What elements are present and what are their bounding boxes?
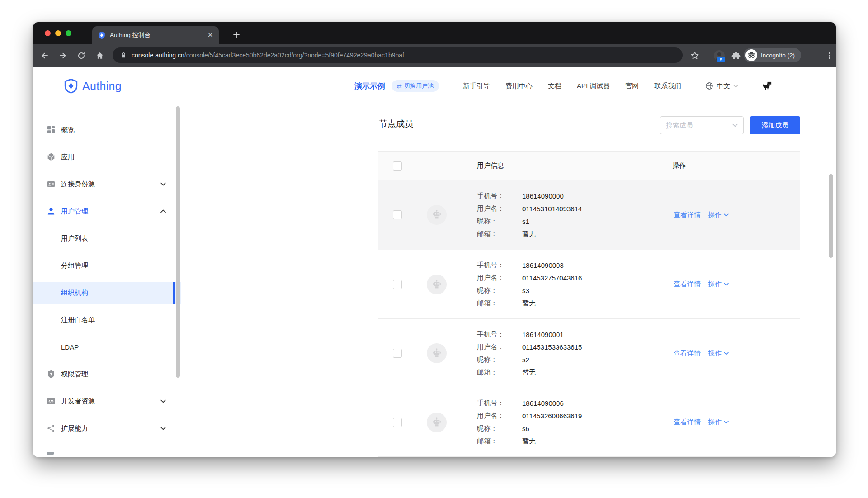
row-checkbox[interactable] — [393, 418, 402, 427]
table-row: 手机号：18614090000 用户名：0114531014093614 昵称：… — [378, 180, 800, 250]
avatar — [427, 275, 447, 294]
chevron-down-icon — [724, 283, 729, 286]
header-divider — [451, 81, 451, 91]
more-actions-label: 操作 — [708, 280, 722, 289]
browser-tab[interactable]: Authing 控制台 ✕ — [92, 26, 219, 44]
more-actions-link[interactable]: 操作 — [708, 349, 729, 358]
app-header-right: 演示示例 ⇄ 切换用户池 新手引导费用中心文档API 调试器官网联系我们 中文 — [354, 67, 823, 105]
switch-pool-button[interactable]: ⇄ 切换用户池 — [392, 80, 439, 92]
view-details-link[interactable]: 查看详情 — [674, 418, 701, 427]
field-label-email: 邮箱： — [477, 299, 522, 308]
page-scrollbar[interactable] — [829, 174, 833, 258]
home-button[interactable] — [94, 50, 106, 62]
zoom-window-button[interactable] — [66, 30, 71, 36]
more-actions-link[interactable]: 操作 — [708, 211, 729, 219]
field-label-username: 用户名： — [477, 274, 522, 282]
switch-pool-label: 切换用户池 — [404, 82, 434, 90]
sidebar-item-org-structure[interactable]: 组织机构 — [33, 282, 181, 304]
incognito-label: Incognito (2) — [761, 52, 795, 59]
back-button[interactable] — [39, 50, 51, 62]
view-details-link[interactable]: 查看详情 — [674, 211, 701, 219]
field-value-phone: 18614090003 — [522, 261, 564, 269]
user-info: 手机号：18614090000 用户名：0114531014093614 昵称：… — [477, 190, 582, 240]
row-checkbox[interactable] — [393, 349, 402, 358]
more-actions-label: 操作 — [708, 349, 722, 358]
incognito-spy-icon — [745, 49, 757, 61]
close-window-button[interactable] — [45, 30, 51, 36]
forward-button[interactable] — [57, 50, 69, 62]
field-label-username: 用户名： — [477, 343, 522, 351]
search-member-select[interactable]: 搜索成员 — [660, 116, 744, 134]
browser-toolbar: console.authing.cn/console/5f45cad3ece50… — [33, 44, 836, 67]
sidebar-item-overview[interactable]: 概览 — [33, 119, 181, 141]
row-checkbox[interactable] — [393, 210, 402, 219]
more-actions-link[interactable]: 操作 — [708, 280, 729, 289]
nav-item-1[interactable]: 新手引导 — [463, 82, 490, 90]
clipped-icon — [47, 451, 56, 457]
row-checkbox[interactable] — [393, 280, 402, 289]
tab-close-icon[interactable]: ✕ — [208, 32, 213, 39]
extensions-puzzle-icon[interactable] — [730, 49, 742, 62]
add-member-button[interactable]: 添加成员 — [750, 116, 800, 134]
browser-menu-icon[interactable] — [823, 49, 836, 62]
field-value-email: 暂无 — [522, 299, 536, 308]
sidebar-item-label: 应用 — [61, 153, 75, 161]
field-label-phone: 手机号： — [477, 192, 522, 200]
sidebar-item-developer-resources[interactable]: 开发者资源 — [33, 390, 181, 412]
new-tab-button[interactable] — [230, 28, 243, 41]
sidebar-item-label: 开发者资源 — [61, 397, 95, 406]
sidebar-item-user-management[interactable]: 用户管理 — [33, 200, 181, 222]
sidebar-item-user-list[interactable]: 用户列表 — [33, 228, 181, 249]
view-details-link[interactable]: 查看详情 — [674, 280, 701, 289]
authing-logo[interactable]: Authing — [63, 67, 122, 105]
language-selector[interactable]: 中文 — [705, 82, 738, 90]
chevron-down-icon — [724, 421, 729, 424]
field-label-username: 用户名： — [477, 412, 522, 420]
nav-item-6[interactable]: 联系我们 — [654, 82, 681, 90]
incognito-profile-badge[interactable]: Incognito (2) — [744, 48, 801, 62]
bookmark-star-icon[interactable] — [689, 49, 701, 62]
row-actions: 查看详情 操作 — [674, 388, 729, 456]
nav-item-2[interactable]: 费用中心 — [505, 82, 533, 90]
sidebar-item-label: 注册白名单 — [61, 316, 95, 324]
sidebar-item-registration-whitelist[interactable]: 注册白名单 — [33, 309, 181, 331]
members-table: 用户信息 操作 手机号：18614090000 用户名：011453101409… — [378, 151, 800, 457]
app-header: Authing 演示示例 ⇄ 切换用户池 新手引导费用中心文档API 调试器官网… — [33, 67, 836, 105]
nav-item-5[interactable]: 官网 — [625, 82, 639, 90]
sidebar-item-clipped-item[interactable] — [33, 445, 181, 457]
sidebar-item-identity-sources[interactable]: 连接身份源 — [33, 173, 181, 195]
sidebar-scrollbar[interactable] — [176, 106, 180, 378]
authing-shield-icon — [63, 78, 79, 94]
row-actions: 查看详情 操作 — [674, 250, 729, 318]
header-divider — [693, 81, 693, 91]
screenshot-stage: Authing 控制台 ✕ — [0, 0, 868, 498]
nav-item-3[interactable]: 文档 — [548, 82, 561, 90]
user-pool-name[interactable]: 演示示例 — [354, 81, 385, 91]
view-details-link[interactable]: 查看详情 — [674, 349, 701, 358]
sidebar-item-ldap[interactable]: LDAP — [33, 336, 181, 358]
swap-arrows-icon: ⇄ — [397, 83, 402, 90]
lock-icon[interactable] — [120, 52, 127, 59]
sidebar-item-group-management[interactable]: 分组管理 — [33, 255, 181, 276]
field-value-username: 0114531014093614 — [522, 205, 582, 213]
reload-button[interactable] — [75, 50, 87, 62]
url-bar[interactable]: console.authing.cn/console/5f45cad3ece50… — [113, 47, 683, 63]
grid-icon — [47, 125, 56, 134]
more-actions-link[interactable]: 操作 — [708, 418, 729, 427]
user-info: 手机号：18614090001 用户名：0114531533633615 昵称：… — [477, 328, 582, 379]
minimize-window-button[interactable] — [55, 30, 61, 36]
sidebar-item-extensions[interactable]: 扩展能力 — [33, 417, 181, 439]
field-label-email: 邮箱： — [477, 437, 522, 446]
sidebar-item-applications[interactable]: 应用 — [33, 146, 181, 168]
nav-item-4[interactable]: API 调试器 — [577, 82, 610, 90]
dino-icon[interactable] — [762, 81, 773, 91]
field-value-nickname: s6 — [522, 425, 529, 432]
table-row: 手机号：18614090001 用户名：0114531533633615 昵称：… — [378, 319, 800, 388]
app-content: 概览应用连接身份源用户管理用户列表分组管理组织机构注册白名单LDAP权限管理开发… — [33, 105, 836, 457]
chevron-down-icon — [732, 123, 738, 127]
sidebar-item-permission-management[interactable]: 权限管理 — [33, 363, 181, 385]
field-label-nickname: 昵称： — [477, 356, 522, 364]
field-label-email: 邮箱： — [477, 368, 522, 377]
select-all-checkbox[interactable] — [393, 161, 402, 171]
field-value-username: 0114531533633615 — [522, 343, 582, 351]
